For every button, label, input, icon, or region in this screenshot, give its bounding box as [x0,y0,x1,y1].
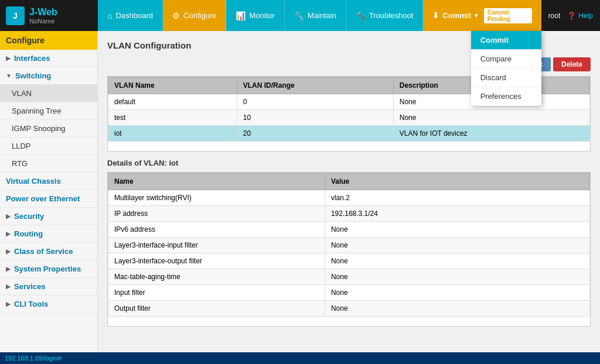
col-name: Name [108,173,325,190]
delete-button[interactable]: Delete [553,57,591,71]
cell-detail-value: vlan.2 [325,190,589,206]
sidebar-label-virtual-chassis: Virtual Chassis [6,177,61,186]
table-row: Layer3-interface-output filter None [108,253,590,269]
cell-detail-name: Output filter [108,301,325,317]
help-label: Help [578,12,593,20]
sidebar-label-routing: Routing [14,229,43,238]
sidebar: Configure ▶ Interfaces ▼ Switching VLAN … [0,31,98,364]
commit-dropdown-compare[interactable]: Compare [471,50,541,68]
status-bar: 192.168.1.69/login# [0,352,600,364]
cell-vlan-name: test [108,110,237,126]
cell-detail-name: Mac-table-aging-time [108,269,325,285]
sidebar-item-system-properties[interactable]: ▶ System Properties [0,260,97,278]
dashboard-icon: ⌂ [107,11,112,20]
sidebar-label-lldp: LLDP [12,142,31,150]
table-row: Output filter None [108,301,590,317]
cell-detail-name: Layer3-interface-output filter [108,253,325,269]
nav-maintain-label: Maintain [308,11,336,20]
details-table-header: Name Value [108,173,590,190]
app-name: J-Web [29,7,57,18]
table-row[interactable]: test 10 None [108,110,590,126]
sidebar-item-lldp[interactable]: LLDP [0,138,97,155]
cell-detail-value: None [325,269,589,285]
download-icon: ⬇ [432,11,439,20]
maintain-icon: 🔧 [294,11,304,20]
sidebar-item-routing[interactable]: ▶ Routing [0,225,97,243]
sidebar-item-services[interactable]: ▶ Services [0,278,97,296]
table-row: Multilayer switching(RVI) vlan.2 [108,190,590,206]
commit-label: Commit [442,11,471,20]
sidebar-label-rtg: RTG [12,159,28,168]
table-row[interactable]: iot 20 VLAN for IOT devicez [108,126,590,142]
sidebar-item-power-over-ethernet[interactable]: Power over Ethernet [0,190,97,208]
monitor-icon: 📊 [236,11,246,20]
sidebar-label-switching: Switching [15,71,51,80]
right-area: root ❓ Help [541,0,600,31]
col-vlan-name: VLAN Name [108,77,237,94]
sidebar-label-vlan: VLAN [12,89,32,98]
sidebar-item-switching[interactable]: ▼ Switching [0,67,97,85]
cell-detail-name: IPv6 address [108,222,325,238]
cell-detail-name: IP address [108,206,325,222]
sidebar-item-class-of-service[interactable]: ▶ Class of Service [0,243,97,260]
sidebar-label-class-of-service: Class of Service [14,247,73,256]
details-table-container: Name Value Multilayer switching(RVI) vla… [107,172,591,327]
nav-area: ⌂ Dashboard ⚙ Configure 📊 Monitor 🔧 Main… [98,0,541,31]
nav-troubleshoot[interactable]: 🔨 Troubleshoot [346,0,423,31]
cell-detail-name: Multilayer switching(RVI) [108,190,325,206]
hostname: NoName [29,18,57,25]
commit-dropdown-commit[interactable]: Commit [471,31,541,50]
nav-configure-label: Configure [183,11,216,20]
sidebar-label-services: Services [14,282,46,291]
troubleshoot-icon: 🔨 [356,11,366,20]
cell-detail-value: None [325,301,589,317]
cell-description: VLAN for IOT devicez [393,126,589,142]
nav-configure[interactable]: ⚙ Configure [163,0,226,31]
cell-detail-name: Input filter [108,285,325,301]
sidebar-label-interfaces: Interfaces [14,54,50,63]
table-row: IPv6 address None [108,222,590,238]
table-row: IP address 192.168.3.1/24 [108,206,590,222]
cell-vlan-id: 20 [237,126,393,142]
sidebar-label-security: Security [14,212,44,221]
cell-vlan-id: 0 [237,94,393,110]
sidebar-item-vlan[interactable]: VLAN [0,85,97,102]
sidebar-label-cli-tools: CLI Tools [14,300,48,308]
arrow-icon: ▶ [6,248,11,255]
arrow-icon: ▶ [6,283,11,290]
sidebar-item-security[interactable]: ▶ Security [0,208,97,225]
logo-area: J J-Web NoName [0,0,98,31]
sidebar-item-igmp-snooping[interactable]: IGMP Snooping [0,120,97,138]
cell-detail-value: 192.168.3.1/24 [325,206,589,222]
commit-pending-badge: Commit Pending [484,8,532,23]
commit-dropdown: Commit Compare Discard Preferences [471,31,541,106]
commit-button[interactable]: ⬇ Commit ▼ Commit Pending [423,0,541,31]
sidebar-item-spanning-tree[interactable]: Spanning Tree [0,102,97,120]
nav-monitor-label: Monitor [249,11,274,20]
cell-detail-value: None [325,222,589,238]
sidebar-item-cli-tools[interactable]: ▶ CLI Tools [0,296,97,313]
table-row: Layer3-interface-input filter None [108,238,590,253]
cell-description: None [393,110,589,126]
cell-detail-value: None [325,253,589,269]
cell-detail-value: None [325,238,589,253]
logo-text: J-Web NoName [29,7,57,25]
configure-icon: ⚙ [172,11,180,20]
help-button[interactable]: ❓ Help [567,12,593,20]
arrow-icon: ▶ [6,301,11,307]
arrow-icon: ▼ [6,73,12,79]
sidebar-label-system-properties: System Properties [14,265,81,273]
sidebar-label-igmp-snooping: IGMP Snooping [12,124,66,133]
nav-troubleshoot-label: Troubleshoot [369,11,413,20]
sidebar-item-virtual-chassis[interactable]: Virtual Chassis [0,173,97,190]
nav-monitor[interactable]: 📊 Monitor [226,0,284,31]
nav-maintain[interactable]: 🔧 Maintain [285,0,346,31]
commit-dropdown-discard[interactable]: Discard [471,68,541,87]
sidebar-item-rtg[interactable]: RTG [0,155,97,173]
commit-area: ⬇ Commit ▼ Commit Pending Commit Compare… [423,0,541,31]
nav-dashboard[interactable]: ⌂ Dashboard [98,0,163,31]
sidebar-label-power-over-ethernet: Power over Ethernet [6,194,80,203]
help-icon: ❓ [567,12,576,20]
sidebar-item-interfaces[interactable]: ▶ Interfaces [0,50,97,67]
commit-dropdown-preferences[interactable]: Preferences [471,87,541,106]
